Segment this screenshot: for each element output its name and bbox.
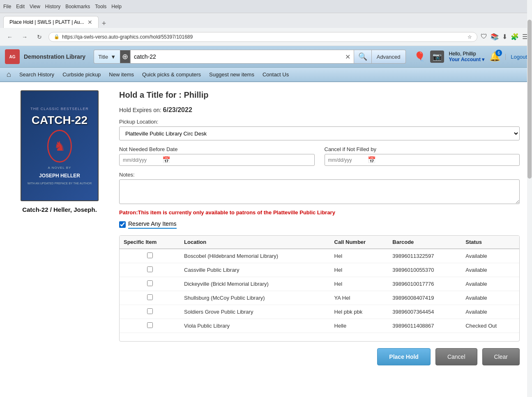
extension-icon[interactable]: 🧩 [511, 33, 519, 41]
item-location-5: Viola Public Library [180, 319, 330, 333]
menu-view[interactable]: View [30, 4, 40, 9]
item-call-number-2: Hel [330, 277, 389, 291]
browser-toolbar: ← → ↻ 🔒 https://qa-swls-verso.auto-graph… [0, 28, 532, 46]
app-logo: AG [5, 49, 20, 64]
nav-contact-us[interactable]: Contact Us [263, 71, 289, 78]
table-row: Dickeyville (Brickl Memorial Library) He… [120, 277, 519, 291]
shield-icon[interactable]: 🛡 [481, 33, 487, 41]
search-type-dropdown[interactable]: Title ▼ [94, 50, 120, 64]
table-row: Viola Public Library Helle 3989601140886… [120, 319, 519, 333]
menu-tools[interactable]: Tools [95, 4, 106, 9]
item-checkbox-cell[interactable] [120, 277, 180, 291]
notes-textarea[interactable] [119, 179, 520, 204]
table-header-row: Specific Item Location Call Number Barco… [120, 236, 519, 249]
place-hold-button[interactable]: Place Hold [377, 348, 431, 365]
item-status-3: Available [461, 291, 519, 305]
notes-label: Notes: [119, 172, 520, 178]
tab-close-button[interactable]: ✕ [88, 19, 92, 25]
menu-history[interactable]: History [45, 4, 60, 9]
item-checkbox-cell[interactable] [120, 249, 180, 263]
dropdown-arrow-icon: ▼ [111, 54, 116, 60]
table-row: Boscobel (Hildebrand Memorial Library) H… [120, 249, 519, 263]
menu-edit[interactable]: Edit [16, 4, 25, 9]
book-section: THE CLASSIC BESTSELLER CATCH-22 ♞ A NOVE… [12, 90, 107, 372]
item-location-1: Cassville Public Library [180, 263, 330, 277]
address-bar[interactable]: 🔒 https://qa-swls-verso.auto-graphics.co… [48, 32, 477, 42]
item-call-number-5: Helle [330, 319, 389, 333]
home-link[interactable]: ⌂ [7, 70, 11, 79]
notification-badge: 6 [495, 50, 502, 56]
browser-titlebar: File Edit View History Bookmarks Tools H… [0, 0, 532, 13]
col-specific-item: Specific Item [120, 236, 180, 249]
item-checkbox-cell[interactable] [120, 291, 180, 305]
item-status-2: Available [461, 277, 519, 291]
menu-file[interactable]: File [3, 4, 11, 9]
item-checkbox-cell[interactable] [120, 263, 180, 277]
balloon-icon[interactable]: 🎈 [414, 51, 425, 62]
cancel-if-calendar-icon[interactable]: 📅 [368, 156, 376, 164]
nav-curbside-pickup[interactable]: Curbside pickup [62, 71, 101, 78]
item-barcode-0: 39896011322597 [388, 249, 461, 263]
table-row: Shullsburg (McCoy Public Library) YA Hel… [120, 291, 519, 305]
cancel-if-col: Cancel if Not Filled by 📅 [325, 146, 520, 166]
col-call-number: Call Number [330, 236, 389, 249]
item-checkbox-3[interactable] [147, 294, 153, 300]
advanced-search-button[interactable]: Advanced [372, 50, 406, 64]
browser-menu[interactable]: File Edit View History Bookmarks Tools H… [3, 4, 122, 9]
header-right: 🎈 📷 Hello, Phillip Your Account ▾ 🔔 6 Lo… [414, 50, 527, 63]
item-checkbox-2[interactable] [147, 280, 153, 286]
cancel-if-date-input-wrap: 📅 [325, 154, 520, 166]
download-icon[interactable]: ⬇ [502, 33, 507, 41]
reserve-any-checkbox[interactable] [119, 221, 126, 228]
nav-new-items[interactable]: New items [109, 71, 134, 78]
cancel-button[interactable]: Cancel [435, 348, 477, 365]
cancel-if-date-input[interactable] [328, 157, 365, 163]
clear-button[interactable]: Clear [482, 348, 520, 365]
new-tab-button[interactable]: + [102, 19, 106, 28]
not-needed-date-input[interactable] [123, 157, 160, 163]
nav-quick-picks[interactable]: Quick picks & computers [142, 71, 201, 78]
item-barcode-1: 39896010055370 [388, 263, 461, 277]
menu-help[interactable]: Help [111, 4, 122, 9]
col-barcode: Barcode [388, 236, 461, 249]
browser-tab-bar: Place Hold | SWLS | PLATT | Au... ✕ + [0, 13, 532, 28]
notification-bell[interactable]: 🔔 6 [489, 51, 500, 62]
address-star-icon[interactable]: ☆ [468, 34, 472, 40]
hold-expires-date: 6/23/2022 [163, 106, 192, 113]
back-button[interactable]: ← [4, 31, 16, 43]
pickup-location-select[interactable]: Platteville Public Library Circ DeskBosc… [119, 126, 520, 140]
nav-suggest-new-items[interactable]: Suggest new items [209, 71, 254, 78]
item-location-0: Boscobel (Hildebrand Memorial Library) [180, 249, 330, 263]
app-header: AG Demonstration Library Title ▼ ⊕ ✕ 🔍 A… [0, 46, 532, 68]
not-needed-col: Not Needed Before Date 📅 [119, 146, 315, 166]
item-location-4: Soldiers Grove Public Library [180, 305, 330, 319]
reload-button[interactable]: ↻ [34, 31, 45, 43]
search-button[interactable]: 🔍 [354, 50, 372, 64]
hold-expires: Hold Expires on: 6/23/2022 [119, 106, 520, 114]
forward-button[interactable]: → [19, 31, 30, 43]
item-checkbox-cell[interactable] [120, 319, 180, 333]
menu-bookmarks[interactable]: Bookmarks [65, 4, 90, 9]
bookmark-icon[interactable]: 📚 [491, 33, 499, 41]
table-row: Soldiers Grove Public Library Hel pbk pb… [120, 305, 519, 319]
item-call-number-4: Hel pbk pbk [330, 305, 389, 319]
item-checkbox-cell[interactable] [120, 305, 180, 319]
item-checkbox-4[interactable] [147, 308, 153, 314]
not-needed-label: Not Needed Before Date [119, 146, 315, 152]
item-checkbox-0[interactable] [147, 252, 153, 258]
item-checkbox-1[interactable] [147, 266, 153, 272]
browser-tab-active[interactable]: Place Hold | SWLS | PLATT | Au... ✕ [3, 16, 99, 28]
logout-button[interactable]: Logout [505, 54, 527, 60]
item-barcode-3: 39896008407419 [388, 291, 461, 305]
not-needed-calendar-icon[interactable]: 📅 [162, 156, 170, 164]
item-checkbox-5[interactable] [147, 322, 153, 328]
camera-icon[interactable]: 📷 [430, 50, 444, 63]
your-account-link[interactable]: Your Account ▾ [449, 57, 485, 62]
search-clear-button[interactable]: ✕ [345, 53, 350, 61]
search-input[interactable] [134, 53, 345, 60]
patron-message: Patron:This item is currently only avail… [119, 209, 520, 216]
item-status-4: Available [461, 305, 519, 319]
scrollbar-thumb[interactable] [527, 20, 532, 179]
item-barcode-2: 39896010017776 [388, 277, 461, 291]
nav-search-history[interactable]: Search History [19, 71, 54, 78]
